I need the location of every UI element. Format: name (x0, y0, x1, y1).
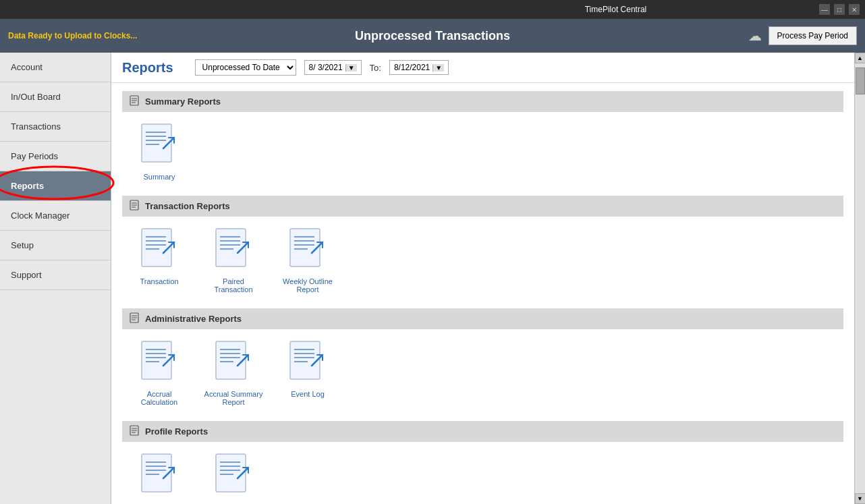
summary-report-label: Summary (143, 173, 175, 181)
minimize-button[interactable]: — (819, 4, 830, 15)
content-area: Reports Unprocessed To Date All Transact… (111, 53, 854, 504)
close-button[interactable]: ✕ (849, 4, 860, 15)
svg-rect-33 (290, 229, 320, 267)
cloud-icon[interactable]: ☁ (748, 28, 762, 44)
reports-toolbar: Reports Unprocessed To Date All Transact… (111, 53, 854, 83)
summary-reports-section-header: Summary Reports (122, 91, 843, 112)
svg-rect-5 (142, 124, 171, 162)
profile-reports-title: Profile Reports (145, 426, 208, 437)
svg-rect-25 (216, 229, 246, 267)
section-icon-profile (129, 425, 140, 438)
scroll-down-button[interactable]: ▼ (855, 493, 866, 504)
weekly-outline-report-label: Weekly Outline Report (277, 277, 338, 293)
scroll-thumb[interactable] (856, 67, 865, 94)
sidebar-item-inout[interactable]: In/Out Board (0, 82, 111, 112)
date-to-value: 8/12/2021 (394, 63, 430, 72)
process-pay-period-button[interactable]: Process Pay Period (769, 26, 857, 45)
status-text: Data Ready to Upload to Clocks... (8, 31, 221, 40)
paired-doc-icon (213, 227, 254, 275)
transaction-reports-row: Transaction (122, 227, 843, 300)
report-type-select[interactable]: Unprocessed To Date All Transactions Pay… (195, 59, 296, 76)
transaction-report-label: Transaction (140, 277, 178, 285)
main-layout: Account In/Out Board Transactions Pay Pe… (0, 53, 865, 504)
admin-reports-section-header: Administrative Reports (122, 308, 843, 329)
event-log-report-item[interactable]: Event Log (277, 340, 338, 406)
window-chrome: TimePilot Central — □ ✕ (0, 0, 865, 19)
event-log-report-label: Event Log (291, 390, 325, 398)
employee-list-doc-icon (213, 453, 254, 500)
top-bar-title: Unprocessed Transactions (221, 29, 645, 43)
svg-rect-61 (290, 341, 320, 379)
to-label: To: (370, 63, 381, 73)
accrual-summary-report-label: Accrual Summary Report (203, 390, 264, 406)
svg-rect-17 (142, 229, 171, 267)
admin-reports-row: Accrual Calculation (122, 340, 843, 413)
summary-report-item[interactable]: Summary (129, 123, 190, 181)
sidebar-item-support[interactable]: Support (0, 260, 111, 290)
sidebar-item-transactions[interactable]: Transactions (0, 112, 111, 142)
top-bar-actions: ☁ Process Pay Period (645, 26, 858, 45)
accrual-calc-doc-icon (139, 340, 179, 387)
svg-rect-45 (142, 341, 171, 379)
sidebar-item-clockmanager[interactable]: Clock Manager (0, 201, 111, 231)
sidebar-item-account[interactable]: Account (0, 53, 111, 82)
employee-id-report-item[interactable]: Employee ID (129, 453, 190, 504)
sidebar: Account In/Out Board Transactions Pay Pe… (0, 53, 111, 504)
summary-reports-row: Summary (122, 123, 843, 188)
paired-transaction-report-label: Paired Transaction (203, 277, 264, 293)
accrual-summary-doc-icon (213, 340, 254, 387)
accrual-summary-report-item[interactable]: Accrual Summary Report (203, 340, 264, 406)
svg-rect-81 (216, 454, 246, 492)
sidebar-item-payperiods[interactable]: Pay Periods (0, 142, 111, 171)
svg-rect-73 (142, 454, 171, 492)
summary-reports-title: Summary Reports (145, 96, 221, 107)
scroll-up-button[interactable]: ▲ (855, 53, 866, 63)
section-icon-admin (129, 312, 140, 325)
date-to-picker-button[interactable]: ▼ (432, 64, 444, 72)
date-from-value: 8/ 3/2021 (309, 63, 343, 72)
event-log-doc-icon (287, 340, 328, 387)
employee-id-doc-icon (139, 453, 179, 500)
reports-page-title: Reports (122, 60, 173, 76)
paired-transaction-report-item[interactable]: Paired Transaction (203, 227, 264, 293)
accrual-calc-report-item[interactable]: Accrual Calculation (129, 340, 190, 406)
reports-sidebar-wrapper: Reports (0, 171, 111, 201)
transaction-report-item[interactable]: Transaction (129, 227, 190, 293)
date-to-field[interactable]: 8/12/2021 ▼ (389, 60, 449, 75)
profile-reports-row: Employee ID (122, 453, 843, 504)
section-icon-transaction (129, 200, 140, 213)
window-controls[interactable]: — □ ✕ (819, 4, 860, 15)
svg-rect-53 (216, 341, 246, 379)
top-bar: Data Ready to Upload to Clocks... Unproc… (0, 19, 865, 53)
date-from-picker-button[interactable]: ▼ (345, 64, 357, 72)
weekly-doc-icon (287, 227, 328, 275)
date-from-field[interactable]: 8/ 3/2021 ▼ (304, 60, 362, 75)
accrual-calc-report-label: Accrual Calculation (129, 390, 190, 406)
restore-button[interactable]: □ (834, 4, 845, 15)
section-icon (129, 95, 140, 108)
employee-list-report-item[interactable]: Employee List (203, 453, 264, 504)
transaction-reports-section-header: Transaction Reports (122, 196, 843, 217)
profile-reports-section-header: Profile Reports (122, 421, 843, 442)
sidebar-item-setup[interactable]: Setup (0, 231, 111, 260)
weekly-outline-report-item[interactable]: Weekly Outline Report (277, 227, 338, 293)
admin-reports-title: Administrative Reports (145, 314, 242, 324)
reports-content: Summary Reports (111, 83, 854, 504)
transaction-doc-icon (139, 227, 179, 275)
summary-doc-icon (139, 123, 179, 170)
sidebar-item-reports[interactable]: Reports (0, 171, 111, 201)
window-title: TimePilot Central (412, 5, 819, 14)
transaction-reports-title: Transaction Reports (145, 201, 230, 211)
scrollbar[interactable]: ▲ ▼ (854, 53, 865, 504)
